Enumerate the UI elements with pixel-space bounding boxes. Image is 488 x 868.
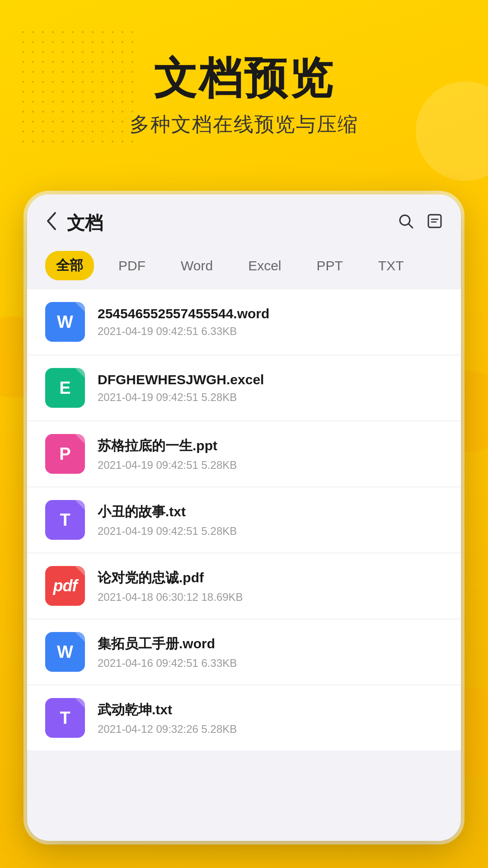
file-icon-txt: T	[45, 500, 85, 540]
tab-all[interactable]: 全部	[45, 251, 94, 280]
topbar-icons	[398, 213, 443, 233]
file-meta: 2021-04-19 09:42:51 5.28KB	[98, 391, 443, 404]
sub-title: 多种文档在线预览与压缩	[0, 111, 488, 138]
file-meta: 2021-04-12 09:32:26 5.28KB	[98, 723, 443, 736]
file-icon-txt: T	[45, 698, 85, 738]
tab-word[interactable]: Word	[170, 253, 224, 279]
file-icon-excel: E	[45, 368, 85, 408]
filter-tabs: 全部PDFWordExcelPPTTXT	[27, 246, 461, 289]
list-item[interactable]: W 集拓员工手册.word 2021-04-16 09:42:51 6.33KB	[27, 619, 461, 684]
file-name: 254546552557455544.word	[98, 306, 443, 321]
file-name: DFGHEWHESJWGH.excel	[98, 372, 443, 387]
file-info: 论对党的忠诚.pdf 2021-04-18 06:30:12 18.69KB	[98, 569, 443, 604]
back-button[interactable]	[45, 211, 58, 235]
edit-icon[interactable]	[427, 213, 443, 233]
list-item[interactable]: pdf 论对党的忠诚.pdf 2021-04-18 06:30:12 18.69…	[27, 553, 461, 618]
file-meta: 2021-04-19 09:42:51 5.28KB	[98, 459, 443, 472]
file-icon-pdf: pdf	[45, 566, 85, 606]
list-item[interactable]: P 苏格拉底的一生.ppt 2021-04-19 09:42:51 5.28KB	[27, 421, 461, 486]
tab-excel[interactable]: Excel	[237, 253, 292, 279]
svg-line-1	[408, 224, 413, 228]
file-info: 小丑的故事.txt 2021-04-19 09:42:51 5.28KB	[98, 503, 443, 538]
file-info: 254546552557455544.word 2021-04-19 09:42…	[98, 306, 443, 338]
file-list: W 254546552557455544.word 2021-04-19 09:…	[27, 289, 461, 760]
list-item[interactable]: T 小丑的故事.txt 2021-04-19 09:42:51 5.28KB	[27, 487, 461, 552]
topbar: 文档	[27, 194, 461, 246]
file-name: 论对党的忠诚.pdf	[98, 569, 443, 587]
file-name: 苏格拉底的一生.ppt	[98, 437, 443, 455]
tab-txt[interactable]: TXT	[367, 253, 415, 279]
tab-ppt[interactable]: PPT	[306, 253, 354, 279]
file-name: 小丑的故事.txt	[98, 503, 443, 521]
file-meta: 2021-04-19 09:42:51 5.28KB	[98, 525, 443, 538]
tab-pdf[interactable]: PDF	[108, 253, 156, 279]
main-title: 文档预览	[0, 54, 488, 102]
file-icon-word: W	[45, 302, 85, 342]
svg-rect-2	[428, 215, 441, 227]
list-item[interactable]: W 254546552557455544.word 2021-04-19 09:…	[27, 289, 461, 354]
file-info: DFGHEWHESJWGH.excel 2021-04-19 09:42:51 …	[98, 372, 443, 404]
file-icon-word: W	[45, 632, 85, 672]
header-area: 文档预览 多种文档在线预览与压缩	[0, 54, 488, 138]
background: ✦ ✦ ✦ 文档预览 多种文档在线预览与压缩 文档	[0, 0, 488, 868]
list-item[interactable]: E DFGHEWHESJWGH.excel 2021-04-19 09:42:5…	[27, 355, 461, 420]
file-meta: 2021-04-16 09:42:51 6.33KB	[98, 657, 443, 670]
file-info: 集拓员工手册.word 2021-04-16 09:42:51 6.33KB	[98, 635, 443, 670]
file-name: 集拓员工手册.word	[98, 635, 443, 653]
search-icon[interactable]	[398, 213, 414, 233]
phone-mockup: 文档 全部PDFWordExcelPPTTXT	[27, 194, 461, 841]
file-meta: 2021-04-19 09:42:51 6.33KB	[98, 325, 443, 338]
file-name: 武动乾坤.txt	[98, 701, 443, 719]
file-icon-ppt: P	[45, 434, 85, 474]
topbar-title: 文档	[67, 211, 398, 236]
file-info: 武动乾坤.txt 2021-04-12 09:32:26 5.28KB	[98, 701, 443, 736]
list-item[interactable]: T 武动乾坤.txt 2021-04-12 09:32:26 5.28KB	[27, 685, 461, 750]
file-meta: 2021-04-18 06:30:12 18.69KB	[98, 591, 443, 604]
file-info: 苏格拉底的一生.ppt 2021-04-19 09:42:51 5.28KB	[98, 437, 443, 472]
